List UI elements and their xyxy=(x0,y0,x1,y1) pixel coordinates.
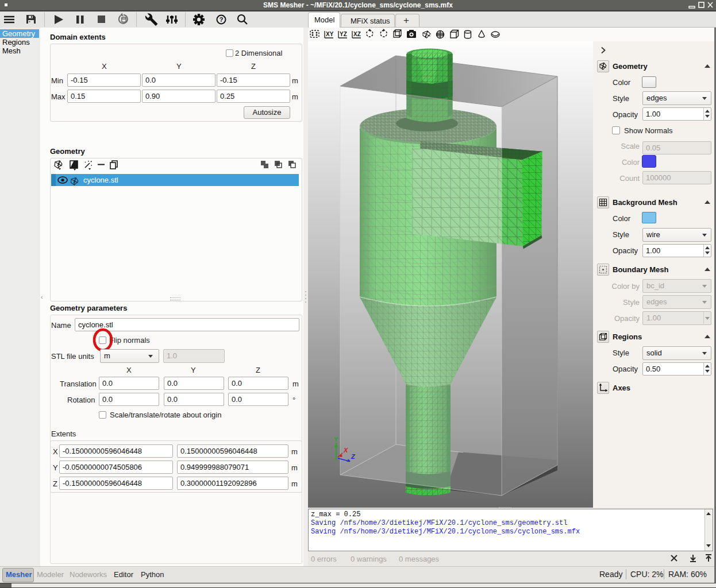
svg-text:XY: XY xyxy=(326,31,334,37)
svg-text:Z: Z xyxy=(351,453,356,460)
svg-text:?: ? xyxy=(220,16,224,23)
svg-text:YZ: YZ xyxy=(340,31,347,37)
svg-text:XZ: XZ xyxy=(353,31,361,37)
svg-text:X: X xyxy=(343,447,348,454)
svg-text:Y: Y xyxy=(334,436,338,443)
